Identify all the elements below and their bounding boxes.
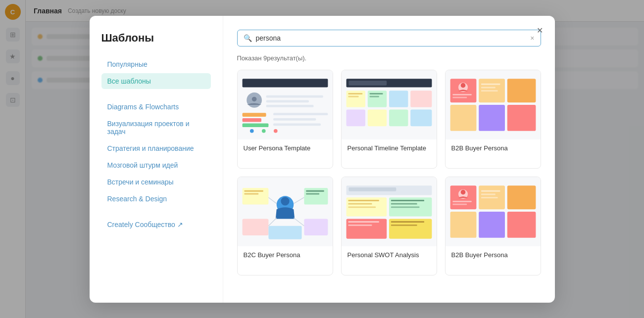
svg-point-36 <box>460 83 465 88</box>
sidebar-item-strategy[interactable]: Стратегия и планирование <box>101 140 211 156</box>
template-card-user-persona[interactable]: User Persona Template <box>237 70 333 169</box>
svg-point-12 <box>249 129 253 133</box>
modal-title: Шаблоны <box>101 32 211 45</box>
svg-rect-10 <box>273 118 316 120</box>
template-card-personal-swot[interactable]: Personal SWOT Analysis <box>341 177 437 275</box>
svg-rect-32 <box>450 105 476 131</box>
svg-rect-70 <box>348 224 372 226</box>
svg-point-43 <box>281 197 289 205</box>
svg-rect-40 <box>481 87 495 88</box>
svg-rect-23 <box>389 109 408 126</box>
svg-rect-0 <box>242 79 328 87</box>
sidebar-item-projects[interactable]: Визуализация проектов и задач <box>101 116 211 139</box>
svg-rect-8 <box>242 123 268 127</box>
svg-rect-52 <box>306 193 319 194</box>
modal-content-area: 🔍 × Показан 9результат(ы). <box>223 16 555 303</box>
svg-rect-34 <box>507 105 536 131</box>
template-name-b2c-buyer: B2C Buyer Persona <box>238 246 333 264</box>
svg-rect-2 <box>251 96 256 101</box>
modal-overlay: ✕ Шаблоны Популярные Все шаблоны Diagram… <box>0 0 644 318</box>
template-thumbnail-personal-swot <box>342 177 437 246</box>
close-icon: ✕ <box>537 26 543 35</box>
search-input[interactable] <box>256 34 527 42</box>
svg-rect-58 <box>348 187 396 191</box>
svg-rect-41 <box>481 90 498 91</box>
svg-rect-83 <box>481 190 500 191</box>
svg-rect-67 <box>391 203 417 204</box>
templates-modal: ✕ Шаблоны Популярные Все шаблоны Diagram… <box>90 16 555 303</box>
svg-rect-31 <box>507 79 536 102</box>
svg-rect-65 <box>348 206 376 208</box>
template-thumb-svg-1 <box>238 70 333 139</box>
svg-rect-28 <box>369 95 379 97</box>
sidebar-item-popular[interactable]: Популярные <box>101 56 211 72</box>
template-name-b2b-buyer-2: B2B Buyer Persona <box>446 246 541 264</box>
svg-rect-7 <box>242 118 261 122</box>
template-card-b2c-buyer[interactable]: B2C Buyer Persona <box>237 177 333 275</box>
svg-rect-24 <box>410 109 432 126</box>
svg-point-80 <box>460 189 465 194</box>
svg-rect-26 <box>348 95 358 97</box>
template-card-b2b-buyer-1[interactable]: B2B Buyer Persona <box>445 70 541 169</box>
svg-rect-47 <box>304 219 328 235</box>
modal-sidebar: Шаблоны Популярные Все шаблоны Diagrams … <box>90 16 223 303</box>
svg-rect-20 <box>410 91 432 107</box>
svg-point-14 <box>273 129 277 133</box>
template-grid: User Persona Template <box>237 70 541 295</box>
svg-rect-50 <box>244 193 258 194</box>
svg-rect-48 <box>268 226 301 239</box>
template-thumbnail-b2c-buyer <box>238 177 333 246</box>
results-count: Показан 9результат(ы). <box>237 54 541 62</box>
sidebar-item-all[interactable]: Все шаблоны <box>101 73 211 89</box>
sidebar-navigation: Популярные Все шаблоны Diagrams & Flowch… <box>101 56 211 207</box>
template-card-personal-timeline[interactable]: Personal Timeline Template <box>341 70 437 169</box>
svg-rect-21 <box>346 109 365 126</box>
template-thumb-svg-3 <box>446 70 541 139</box>
svg-rect-3 <box>266 95 323 97</box>
sidebar-item-brainstorm[interactable]: Мозговой штурм идей <box>101 157 211 173</box>
search-icon: 🔍 <box>244 34 252 42</box>
template-name-personal-swot: Personal SWOT Analysis <box>342 246 437 264</box>
svg-rect-78 <box>507 212 536 238</box>
svg-rect-77 <box>479 212 505 238</box>
svg-rect-51 <box>306 190 324 191</box>
template-name-personal-timeline: Personal Timeline Template <box>342 139 437 157</box>
svg-rect-81 <box>452 200 471 202</box>
svg-line-56 <box>294 218 304 226</box>
svg-line-55 <box>268 218 276 226</box>
template-thumbnail-b2b-buyer-1 <box>446 70 541 139</box>
svg-rect-76 <box>450 212 476 238</box>
svg-rect-16 <box>348 81 387 86</box>
template-thumb-svg-5 <box>342 177 437 246</box>
svg-rect-22 <box>367 109 386 126</box>
svg-rect-33 <box>479 105 505 131</box>
sidebar-item-diagrams[interactable]: Diagrams & Flowcharts <box>101 99 211 115</box>
search-bar: 🔍 × <box>237 30 541 46</box>
svg-rect-71 <box>391 221 424 223</box>
svg-rect-25 <box>348 93 362 94</box>
template-card-b2b-buyer-2[interactable]: B2B Buyer Persona <box>445 177 541 275</box>
svg-rect-69 <box>348 221 379 223</box>
template-thumb-svg-6 <box>446 177 541 246</box>
template-name-user-persona: User Persona Template <box>238 139 333 157</box>
sidebar-item-meetings[interactable]: Встречи и семинары <box>101 174 211 190</box>
svg-rect-68 <box>391 206 419 208</box>
svg-rect-39 <box>481 83 500 85</box>
svg-rect-11 <box>273 123 321 126</box>
svg-rect-37 <box>452 93 471 95</box>
svg-rect-38 <box>452 96 467 98</box>
svg-rect-64 <box>348 203 372 204</box>
svg-rect-85 <box>481 197 498 198</box>
svg-point-13 <box>261 129 265 133</box>
template-thumbnail-b2b-buyer-2 <box>446 177 541 246</box>
svg-rect-4 <box>266 100 308 102</box>
community-link[interactable]: Creately Сообщество ↗ <box>101 217 211 232</box>
svg-line-53 <box>268 197 276 203</box>
modal-close-button[interactable]: ✕ <box>533 24 547 38</box>
svg-rect-82 <box>452 203 467 205</box>
svg-rect-66 <box>391 200 424 201</box>
search-clear-button[interactable]: × <box>530 35 534 42</box>
sidebar-item-research[interactable]: Research & Design <box>101 191 211 207</box>
svg-rect-63 <box>348 200 379 201</box>
svg-rect-72 <box>391 224 417 226</box>
